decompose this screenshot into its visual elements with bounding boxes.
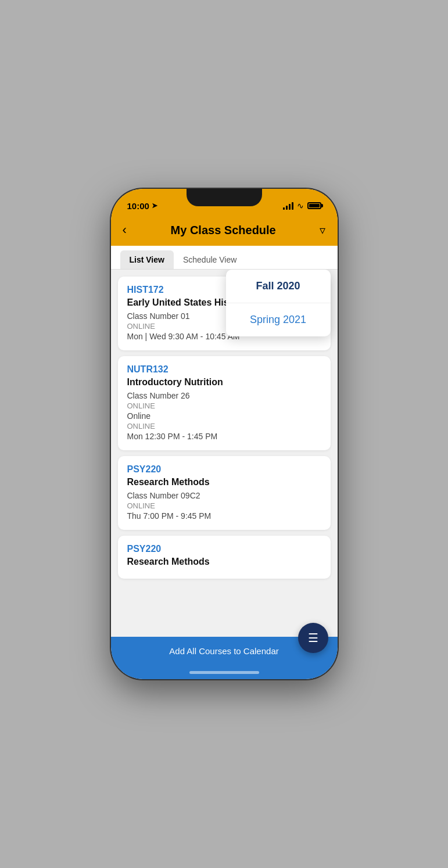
course-location: ONLINE bbox=[127, 401, 321, 410]
course-schedule: Thu 7:00 PM - 9:45 PM bbox=[127, 511, 321, 521]
tab-bar: List View Schedule View bbox=[111, 246, 338, 270]
app-header: ‹ My Class Schedule ▿ bbox=[111, 218, 338, 246]
class-number: Class Number 26 bbox=[127, 391, 321, 400]
battery-icon bbox=[307, 202, 321, 209]
phone-screen: 10:00 ➤ ∿ ‹ My Class Schedule ▿ bbox=[111, 189, 338, 679]
course-code: PSY220 bbox=[127, 544, 321, 554]
course-code: NUTR132 bbox=[127, 364, 321, 375]
semester-dropdown[interactable]: Fall 2020 Spring 2021 bbox=[226, 270, 331, 336]
course-location3: ONLINE bbox=[127, 422, 321, 431]
main-content: Fall 2020 Spring 2021 HIST172 Early Unit… bbox=[111, 270, 338, 637]
home-indicator bbox=[111, 665, 338, 679]
phone-frame: 10:00 ➤ ∿ ‹ My Class Schedule ▿ bbox=[111, 189, 338, 679]
filter-button[interactable]: ▿ bbox=[320, 223, 325, 237]
status-time: 10:00 ➤ bbox=[127, 201, 157, 211]
course-card-psy220b[interactable]: PSY220 Research Methods bbox=[118, 536, 331, 579]
dropdown-item-spring2021[interactable]: Spring 2021 bbox=[226, 303, 331, 336]
page-title: My Class Schedule bbox=[171, 224, 276, 237]
fab-menu-button[interactable]: ☰ bbox=[298, 623, 328, 653]
bottom-bar: ☰ Add All Courses to Calendar bbox=[111, 637, 338, 665]
course-name: Introductory Nutrition bbox=[127, 377, 321, 388]
signal-icon bbox=[283, 202, 293, 210]
time-display: 10:00 bbox=[127, 201, 149, 211]
course-card-nutr132[interactable]: NUTR132 Introductory Nutrition Class Num… bbox=[118, 356, 331, 450]
status-icons: ∿ bbox=[283, 201, 321, 210]
notch bbox=[187, 189, 262, 206]
location-icon: ➤ bbox=[152, 202, 157, 210]
course-location: ONLINE bbox=[127, 501, 321, 510]
course-schedule: Mon 12:30 PM - 1:45 PM bbox=[127, 432, 321, 441]
menu-icon: ☰ bbox=[308, 632, 318, 644]
wifi-icon: ∿ bbox=[297, 201, 304, 210]
add-courses-button[interactable]: Add All Courses to Calendar bbox=[169, 646, 278, 656]
home-bar bbox=[189, 671, 259, 674]
dropdown-item-fall2020[interactable]: Fall 2020 bbox=[226, 270, 331, 303]
course-card-psy220a[interactable]: PSY220 Research Methods Class Number 09C… bbox=[118, 456, 331, 530]
class-number: Class Number 09C2 bbox=[127, 491, 321, 500]
course-name: Research Methods bbox=[127, 477, 321, 487]
tab-list-view[interactable]: List View bbox=[120, 250, 174, 269]
back-button[interactable]: ‹ bbox=[123, 223, 127, 238]
course-code: PSY220 bbox=[127, 464, 321, 475]
course-location2: Online bbox=[127, 411, 321, 421]
course-name: Research Methods bbox=[127, 557, 321, 567]
tab-schedule-view[interactable]: Schedule View bbox=[174, 250, 246, 269]
